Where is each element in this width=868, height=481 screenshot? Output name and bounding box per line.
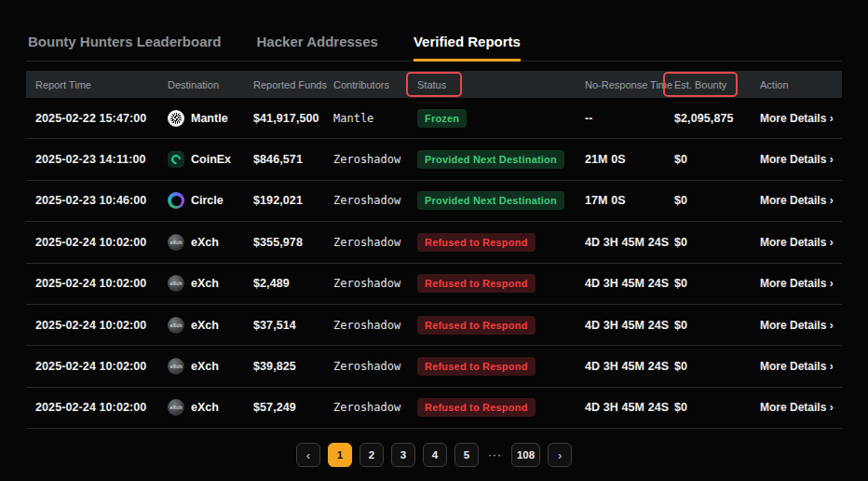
destination-name: CoinEx — [191, 153, 231, 166]
more-details-link[interactable]: More Details › — [760, 112, 834, 125]
reported-funds-cell: $846,571 — [253, 153, 333, 166]
no-response-time-cell: -- — [585, 112, 674, 125]
status-badge: Refused to Respond — [417, 233, 536, 252]
status-cell: Refused to Respond — [417, 233, 585, 252]
status-cell: Provided Next Destination — [417, 150, 585, 169]
contributors-cell: Zeroshadow — [333, 194, 417, 207]
column-header-reported-funds: Reported Funds — [253, 79, 333, 90]
contributors-cell: Zeroshadow — [333, 319, 417, 332]
pagination-next-button[interactable]: › — [548, 443, 572, 467]
exch-logo-icon — [168, 317, 184, 334]
more-details-link[interactable]: More Details › — [760, 401, 834, 414]
report-time-cell: 2025-02-24 10:02:00 — [35, 319, 168, 332]
contributors-cell: Zeroshadow — [333, 360, 417, 373]
table-row: 2025-02-24 10:02:00 eXch $39,825 Zerosha… — [26, 346, 842, 387]
table-row: 2025-02-24 10:02:00 eXch $2,489 Zeroshad… — [26, 264, 842, 305]
exch-logo-icon — [168, 358, 184, 375]
exch-logo-icon — [168, 234, 184, 251]
destination-cell: eXch — [168, 275, 253, 292]
status-badge: Refused to Respond — [417, 357, 536, 376]
more-details-link[interactable]: More Details › — [760, 319, 834, 332]
reported-funds-cell: $41,917,500 — [253, 112, 333, 125]
destination-cell: eXch — [168, 317, 253, 334]
more-details-link[interactable]: More Details › — [760, 194, 834, 207]
status-badge: Frozen — [417, 109, 467, 128]
verified-reports-table: Report Time Destination Reported Funds C… — [26, 71, 842, 429]
destination-name: eXch — [191, 236, 219, 249]
report-time-cell: 2025-02-23 10:46:00 — [35, 194, 168, 207]
table-header-row: Report Time Destination Reported Funds C… — [26, 71, 842, 98]
no-response-time-cell: 17M 0S — [585, 194, 674, 207]
tab-verified-reports[interactable]: Verified Reports — [414, 34, 521, 61]
status-cell: Refused to Respond — [417, 316, 585, 335]
est-bounty-cell: $0 — [674, 360, 760, 373]
pagination-ellipsis: ··· — [486, 448, 504, 461]
tab-hacker-addresses[interactable]: Hacker Addresses — [257, 34, 378, 61]
more-details-link[interactable]: More Details › — [760, 236, 834, 249]
est-bounty-cell: $0 — [674, 401, 760, 414]
more-details-link[interactable]: More Details › — [760, 360, 834, 373]
table-row: 2025-02-24 10:02:00 eXch $57,249 Zerosha… — [26, 388, 842, 429]
column-header-report-time: Report Time — [35, 79, 168, 90]
no-response-time-cell: 4D 3H 45M 24S — [585, 319, 674, 332]
reported-funds-cell: $2,489 — [253, 277, 333, 290]
pagination-page-4[interactable]: 4 — [423, 443, 447, 467]
exch-logo-icon — [168, 399, 184, 416]
est-bounty-cell: $0 — [674, 153, 760, 166]
tab-bounty-hunters-leaderboard[interactable]: Bounty Hunters Leaderboard — [28, 34, 222, 61]
status-cell: Provided Next Destination — [417, 191, 585, 210]
no-response-time-cell: 4D 3H 45M 24S — [585, 401, 674, 414]
est-bounty-cell: $0 — [674, 236, 760, 249]
mantle-logo-icon — [168, 110, 184, 127]
destination-cell: eXch — [168, 234, 253, 251]
pagination-prev-button[interactable]: ‹ — [296, 443, 320, 467]
destination-name: eXch — [191, 360, 219, 373]
destination-name: Mantle — [191, 112, 228, 125]
pagination-page-1[interactable]: 1 — [328, 443, 352, 467]
status-cell: Refused to Respond — [417, 398, 585, 417]
no-response-time-cell: 4D 3H 45M 24S — [585, 360, 674, 373]
destination-name: eXch — [191, 401, 219, 414]
table-row: 2025-02-23 14:11:00 CoinEx $846,571 Zero… — [26, 139, 842, 180]
pagination-page-3[interactable]: 3 — [391, 443, 415, 467]
circle-logo-icon — [168, 192, 184, 209]
report-time-cell: 2025-02-22 15:47:00 — [35, 112, 168, 125]
contributors-cell: Zeroshadow — [333, 153, 417, 166]
table-row: 2025-02-23 10:46:00 Circle $192,021 Zero… — [26, 181, 842, 222]
status-cell: Refused to Respond — [417, 357, 585, 376]
pagination-page-5[interactable]: 5 — [454, 443, 479, 467]
pagination-page-2[interactable]: 2 — [359, 443, 384, 467]
destination-cell: CoinEx — [168, 151, 253, 168]
reported-funds-cell: $355,978 — [253, 236, 333, 249]
destination-name: Circle — [191, 194, 224, 207]
status-badge: Refused to Respond — [417, 274, 536, 293]
status-badge: Refused to Respond — [417, 398, 536, 417]
report-time-cell: 2025-02-23 14:11:00 — [35, 153, 168, 166]
status-badge: Provided Next Destination — [417, 150, 564, 169]
pagination: ‹12345···108› — [0, 443, 868, 467]
reported-funds-cell: $37,514 — [253, 319, 333, 332]
more-details-link[interactable]: More Details › — [760, 153, 834, 166]
more-details-link[interactable]: More Details › — [760, 277, 834, 290]
column-header-status: Status — [417, 79, 585, 90]
report-time-cell: 2025-02-24 10:02:00 — [35, 236, 168, 249]
destination-cell: eXch — [168, 399, 253, 416]
no-response-time-cell: 21M 0S — [585, 153, 674, 166]
column-header-contributors: Contributors — [333, 79, 417, 90]
no-response-time-cell: 4D 3H 45M 24S — [585, 236, 674, 249]
tab-bar: Bounty Hunters LeaderboardHacker Address… — [26, 34, 842, 62]
pagination-page-108[interactable]: 108 — [511, 443, 540, 467]
status-cell: Frozen — [417, 109, 585, 128]
no-response-time-cell: 4D 3H 45M 24S — [585, 277, 674, 290]
table-body: 2025-02-22 15:47:00 Mantle $41,917,500 M… — [26, 98, 842, 429]
report-time-cell: 2025-02-24 10:02:00 — [35, 401, 168, 414]
reported-funds-cell: $57,249 — [253, 401, 333, 414]
column-header-no-response-time: No-Response Time — [585, 79, 674, 90]
status-cell: Refused to Respond — [417, 274, 585, 293]
reported-funds-cell: $192,021 — [253, 194, 333, 207]
report-time-cell: 2025-02-24 10:02:00 — [35, 360, 168, 373]
table-row: 2025-02-22 15:47:00 Mantle $41,917,500 M… — [26, 98, 842, 139]
est-bounty-cell: $0 — [674, 319, 760, 332]
est-bounty-cell: $2,095,875 — [674, 112, 760, 125]
column-header-action: Action — [760, 79, 842, 90]
